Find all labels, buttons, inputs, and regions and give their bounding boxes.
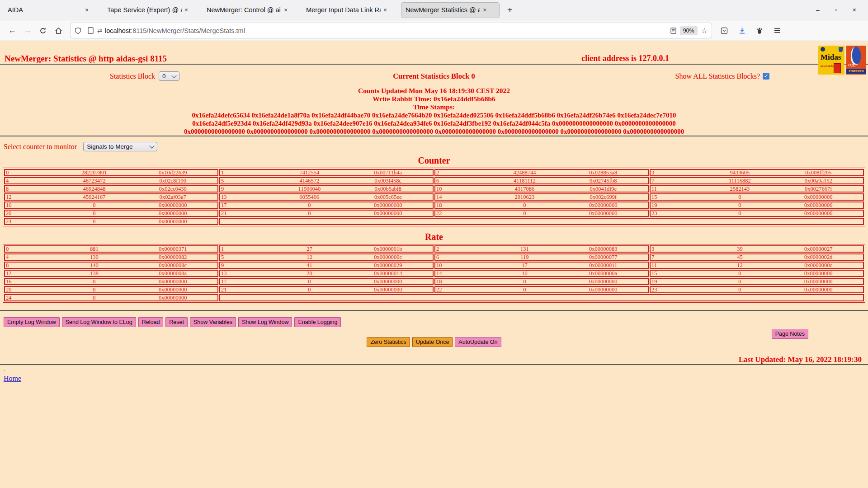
forward-button[interactable]: → — [20, 23, 35, 38]
counter-cell: 1360554060x005c65ee — [219, 193, 434, 201]
show-all-checkbox[interactable]: ✓ — [763, 73, 769, 80]
counter-cell: 7450x0000002d — [650, 253, 864, 261]
tab-close-icon[interactable]: × — [383, 6, 387, 14]
rate-title: Rate — [0, 232, 868, 242]
counter-select[interactable]: Signals to Merge — [83, 142, 157, 151]
cell-index: 10 — [435, 186, 491, 192]
browser-tab[interactable]: NewMerger: Control @ aidas× — [203, 3, 300, 18]
counter-cell: 14100x0000000a — [434, 270, 649, 277]
download-icon[interactable] — [739, 27, 745, 34]
statistics-block-select[interactable]: 0 — [159, 71, 179, 81]
cell-hex: 0x005c65ee — [344, 194, 433, 200]
cell-decimal: 0 — [275, 211, 343, 216]
tab-label: AIDA — [8, 6, 82, 14]
minimize-button[interactable]: – — [816, 6, 820, 14]
back-button[interactable]: ← — [5, 23, 20, 38]
cell-index: 10 — [435, 263, 491, 268]
counter-cell: 2200x00000000 — [434, 210, 649, 217]
cell-hex: 0x00000000 — [344, 211, 433, 216]
cell-decimal: 45 — [706, 254, 774, 260]
page-info-icon[interactable] — [88, 27, 94, 34]
tracking-toggle-icon[interactable]: ⇄ — [97, 27, 102, 34]
url-text[interactable]: localhost:8115/NewMerger/Stats/MergeStat… — [105, 27, 670, 34]
tab-close-icon[interactable]: × — [85, 6, 89, 14]
logos: Midas powered by TCL POWERED — [818, 46, 866, 75]
home-button[interactable] — [51, 23, 66, 38]
empty-log-window-button[interactable]: Empty Log Window — [4, 317, 60, 327]
counter-cell: 1700x00000000 — [219, 202, 434, 209]
home-link[interactable]: Home — [4, 375, 21, 383]
midas-logo-text: Midas — [821, 53, 841, 62]
cell-decimal: 0 — [275, 202, 343, 208]
counter-cell: 1429106230x002c699f — [434, 193, 649, 201]
counter-cell: 12450241670x02af03a7 — [4, 193, 218, 201]
reload-button[interactable]: Reload — [138, 317, 164, 327]
current-statistics-block: Current Statistics Block 0 — [393, 72, 475, 81]
shield-icon[interactable] — [75, 27, 81, 34]
browser-tab[interactable]: NewMerger Statistics @ aida× — [401, 3, 499, 18]
status-lines: Counts Updated Mon May 16 18:19:30 CEST … — [0, 87, 868, 136]
browser-tab[interactable]: AIDA× — [4, 3, 101, 18]
cell-hex: 0x00b5abf8 — [344, 186, 433, 192]
navigation-bar: ← → ⇄ localhost:8115/NewMerger/Stats/Mer… — [0, 20, 868, 41]
tcl-powered-text: POWERED — [846, 69, 866, 74]
bookmark-star-icon[interactable]: ☆ — [701, 26, 708, 35]
cell-hex: 0x0027667f — [774, 186, 863, 192]
cell-decimal: 0 — [60, 295, 128, 300]
zero-statistics-button[interactable]: Zero Statistics — [367, 337, 410, 347]
counter-cell: 11120x0000000c — [650, 262, 864, 269]
cell-decimal: 41 — [275, 263, 343, 268]
page-notes-button[interactable]: Page Notes — [772, 329, 808, 339]
hamburger-menu-icon[interactable] — [774, 28, 781, 33]
reader-mode-icon[interactable] — [670, 28, 676, 34]
cell-index: 7 — [651, 178, 706, 183]
new-tab-button[interactable]: + — [505, 5, 515, 15]
cell-decimal: 12 — [275, 254, 343, 260]
counter-cell: 1270x0000001b — [219, 245, 434, 253]
counts-updated: Counts Updated Mon May 16 18:19:30 CEST … — [0, 87, 868, 95]
dot-text: . — [4, 367, 868, 371]
close-button[interactable]: × — [853, 6, 856, 14]
midas-shield-icon — [839, 47, 843, 52]
tab-close-icon[interactable]: × — [284, 6, 288, 14]
extension-foot-icon[interactable] — [756, 27, 763, 34]
send-log-window-to-elog-button[interactable]: Send Log Window to ELog — [62, 317, 136, 327]
cell-index: 2 — [435, 170, 491, 175]
reload-button[interactable] — [35, 23, 51, 38]
counter-cell: 9410x00000029 — [219, 262, 434, 269]
show-log-window-button[interactable]: Show Log Window — [238, 317, 292, 327]
reset-button[interactable]: Reset — [165, 317, 188, 327]
counter-cell: 6411811120x02745fb8 — [434, 177, 649, 184]
browser-tab[interactable]: Merger Input Data Link Rates× — [302, 3, 400, 18]
counter-cell: 8469248480x02cc0430 — [4, 185, 218, 192]
maximize-button[interactable]: ▫ — [835, 6, 837, 14]
cell-decimal: 2582143 — [706, 186, 774, 192]
cell-hex: 0x0000002d — [774, 254, 863, 260]
autoupdate-on-button[interactable]: AutoUpdate On — [455, 337, 501, 347]
client-address: client address is 127.0.0.1 — [581, 54, 669, 63]
select-counter-row: Select counter to monitor Signals to Mer… — [4, 142, 868, 151]
cell-index: 17 — [220, 279, 275, 284]
counter-cell: 02822078010x10d22639 — [4, 169, 218, 176]
tcl-logo-text: TCL — [848, 63, 856, 67]
cell-index: 1 — [220, 170, 275, 175]
cell-index: 21 — [220, 287, 275, 292]
counter-cell: 13200x00000014 — [219, 270, 434, 277]
counter-cell: 3390x00000027 — [650, 245, 864, 253]
cell-decimal: 11906040 — [275, 186, 343, 192]
cell-hex: 0x003f458c — [344, 178, 433, 183]
browser-tab[interactable]: Tape Service (Expert) @ aidas× — [103, 3, 201, 18]
counter-cell: 1043170860x0041df9e — [434, 185, 649, 192]
cell-hex: 0x02cc0430 — [128, 186, 217, 192]
url-bar[interactable]: ⇄ localhost:8115/NewMerger/Stats/MergeSt… — [71, 23, 712, 38]
tab-close-icon[interactable]: × — [184, 6, 188, 14]
cell-index: 4 — [5, 178, 60, 183]
tab-close-icon[interactable]: × — [483, 6, 486, 14]
pocket-icon[interactable] — [721, 27, 728, 34]
update-once-button[interactable]: Update Once — [412, 337, 453, 347]
zoom-level-chip[interactable]: 90% — [680, 26, 698, 35]
counter-cell: 5120x0000000c — [219, 253, 434, 261]
enable-logging-button[interactable]: Enable Logging — [294, 317, 341, 327]
cell-index: 18 — [435, 279, 491, 284]
show-variables-button[interactable]: Show Variables — [190, 317, 236, 327]
